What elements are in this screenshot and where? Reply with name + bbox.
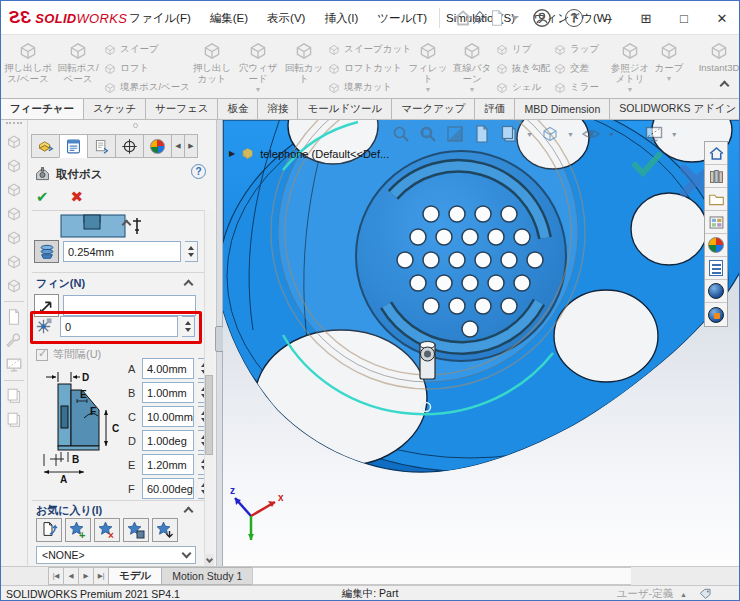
custom-properties-button[interactable] (705, 257, 727, 280)
taskpane-home-button[interactable] (705, 142, 727, 165)
view-tool-icon[interactable] (5, 133, 23, 151)
hole-wizard-button[interactable]: 穴ウィザード ▼ (235, 38, 281, 94)
favorites-collapse-chevron[interactable] (185, 505, 192, 517)
boss-spacing-spinner[interactable] (185, 241, 198, 262)
fin-section-header[interactable]: フィン(N) (36, 276, 206, 291)
boundary-cut-button[interactable]: 境界カット (327, 78, 403, 97)
mounting-boss-preview[interactable] (420, 342, 435, 380)
view-palette-button[interactable] (705, 211, 727, 234)
tab-sketch[interactable]: スケッチ (83, 98, 146, 119)
boss-type-image[interactable] (60, 214, 126, 238)
fillet-caret-icon[interactable]: ▼ (425, 86, 432, 94)
layered-copy-icon[interactable] (5, 387, 23, 405)
view-tool-icon[interactable] (5, 253, 23, 271)
view-tool-icon[interactable] (5, 157, 23, 175)
tab-addins[interactable]: SOLIDWORKS アドイン (609, 98, 740, 119)
zoom-fit-icon[interactable] (391, 124, 411, 144)
load-favorite-button[interactable] (152, 518, 178, 542)
panel-scroll-down-button[interactable] (204, 554, 214, 566)
file-explorer-button[interactable] (705, 188, 727, 211)
boundary-boss-button[interactable]: 境界ボス/ベース (103, 78, 185, 97)
new-document-button[interactable] (486, 7, 519, 29)
lofted-cut-button[interactable]: ロフトカット (327, 59, 403, 78)
hide-show-items-icon[interactable] (581, 124, 601, 144)
tab-features[interactable]: フィーチャー (0, 98, 84, 119)
revolved-boss-button[interactable]: 回転ボス/ベース (53, 38, 103, 85)
sweep-button[interactable]: スイープ (103, 40, 185, 59)
intersect-button[interactable]: 交差 (553, 59, 605, 78)
favorites-section-header[interactable]: お気に入り(I) (36, 503, 206, 518)
instant3d-button[interactable]: Instant3D (691, 38, 739, 74)
doc-nav-next-button[interactable]: ▶ (78, 567, 94, 585)
view-orientation-icon[interactable] (540, 124, 560, 144)
account-icon[interactable] (531, 7, 553, 29)
section-view-icon[interactable] (445, 124, 465, 144)
doc-nav-prev-button[interactable]: ◀ (63, 567, 79, 585)
tab-evaluate[interactable]: 評価 (474, 98, 515, 119)
document-tree-flyout[interactable]: ▶ telephone (Default<<Def... (229, 146, 389, 161)
boss-spacing-field[interactable]: 0.254mm (63, 241, 181, 262)
linear-pattern-button[interactable]: 直線パターン ▼ (449, 38, 495, 94)
tab-sheet-metal[interactable]: 板金 (217, 98, 258, 119)
dim-field-f[interactable]: 60.00deg (142, 478, 194, 499)
menu-edit[interactable]: 編集(E) (210, 11, 248, 26)
curve-button[interactable]: カーブ ▼ (651, 38, 687, 83)
swept-cut-button[interactable]: スイープカット (327, 40, 403, 59)
save-favorite-button[interactable] (123, 518, 149, 542)
view-settings-icon[interactable] (644, 124, 664, 144)
panel-tab-scroll-right[interactable]: ▶ (184, 134, 198, 158)
apply-defaults-button[interactable] (36, 518, 62, 542)
view-settings-caret-icon[interactable]: ▼ (671, 131, 678, 138)
panel-drag-dot[interactable] (133, 123, 138, 128)
zoom-area-icon[interactable] (418, 124, 438, 144)
fillet-button[interactable]: フィレット ▼ (407, 38, 449, 94)
revolved-cut-button[interactable]: 回転カット (281, 38, 327, 85)
sketch-view-icon[interactable] (472, 124, 492, 144)
linear-pattern-caret-icon[interactable]: ▼ (469, 86, 476, 94)
close-button[interactable]: ✕ (709, 5, 735, 31)
menu-tools[interactable]: ツール(T) (377, 11, 427, 26)
model-tab[interactable]: モデル (108, 567, 162, 585)
graphics-viewport[interactable]: z x ▶ telephone (Default<<Def... ▼ ▼ (223, 120, 740, 566)
section-collapse-chevron[interactable] (123, 218, 130, 230)
add-favorite-button[interactable]: + (65, 518, 91, 542)
units-caret-icon[interactable]: ▲ (680, 591, 687, 598)
display-style-icon[interactable] (499, 124, 519, 144)
display-manager-tab[interactable] (143, 134, 172, 158)
curve-caret-icon[interactable]: ▼ (666, 75, 673, 83)
shell-button[interactable]: シェル (495, 78, 553, 97)
reference-geometry-button[interactable]: 参照ジオメトリ ▼ (609, 38, 651, 94)
dimxpert-manager-tab[interactable] (115, 134, 144, 158)
layout-grid-button[interactable]: ⊞ (633, 5, 659, 31)
forum-button[interactable] (705, 280, 727, 303)
document-name[interactable]: telephone (Default<<Def... (260, 148, 389, 160)
view-tool-icon[interactable] (5, 277, 23, 295)
view-tool-icon[interactable] (5, 229, 23, 247)
hole-wizard-caret-icon[interactable]: ▼ (255, 86, 262, 94)
property-manager-tab[interactable] (59, 134, 88, 158)
tab-mold-tools[interactable]: モールドツール (297, 98, 392, 119)
menu-insert[interactable]: 挿入(I) (324, 11, 358, 26)
tab-surfaces[interactable]: サーフェス (145, 98, 218, 119)
wrench-tool-icon[interactable] (5, 332, 23, 350)
tag-icon[interactable] (698, 588, 713, 601)
doc-nav-first-button[interactable]: |◀ (48, 567, 64, 585)
units-text[interactable]: ユーザ-定義 (617, 587, 674, 601)
boss-spacing-icon-button[interactable] (34, 240, 59, 263)
ribbon-collapse-chevron[interactable] (721, 79, 733, 87)
draft-button[interactable]: 抜き勾配 (495, 59, 553, 78)
minimize-button[interactable]: – (595, 5, 621, 31)
dim-field-b[interactable]: 1.00mm (142, 382, 194, 403)
flyout-arrow-icon[interactable]: ▶ (229, 149, 235, 158)
doc-nav-last-button[interactable]: ▶| (93, 567, 109, 585)
new-document-caret-icon[interactable] (511, 16, 519, 20)
layered-copy-icon[interactable] (5, 411, 23, 429)
monitor-tool-icon[interactable] (5, 356, 23, 374)
feature-manager-tab[interactable] (31, 134, 60, 158)
configuration-manager-tab[interactable] (87, 134, 116, 158)
equal-spacing-checkbox[interactable] (36, 349, 48, 361)
tab-markup[interactable]: マークアップ (391, 98, 475, 119)
pm-ok-button[interactable]: ✔ (36, 188, 49, 206)
design-library-button[interactable] (705, 165, 727, 188)
reference-geometry-caret-icon[interactable]: ▼ (627, 86, 634, 94)
